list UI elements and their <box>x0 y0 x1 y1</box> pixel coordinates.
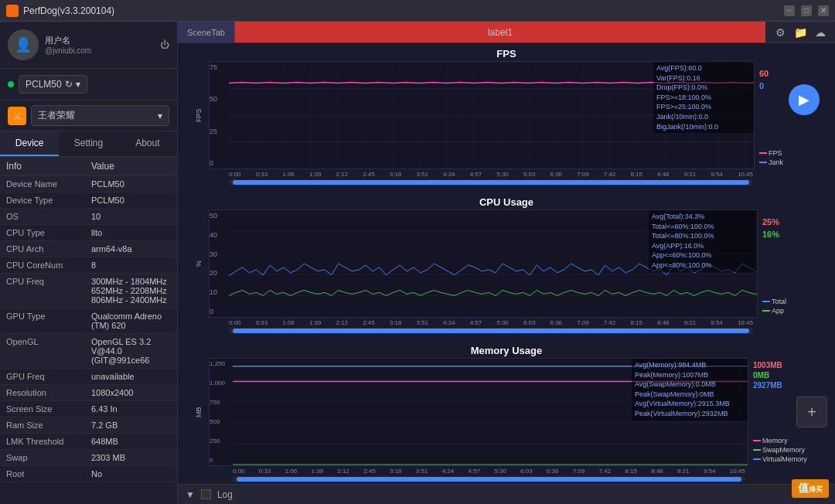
mem-legend-swap: SwapMemory <box>762 446 805 454</box>
profile-info: 用户名 @jvniubi.com <box>45 35 154 55</box>
fps-val-2: 0 <box>759 81 764 90</box>
table-row: OS10 <box>0 209 177 225</box>
mem-stat-avg: Avg(Memory):984.4MB <box>635 360 745 370</box>
mem-stat-avg-swap: Avg(SwapMemory):0.0MB <box>635 380 745 390</box>
mem-val-3: 2927MB <box>753 381 782 390</box>
log-bar: ▼ Log <box>178 484 835 504</box>
col-value: Value <box>85 157 177 176</box>
titlebar: PerfDog(v3.3.200104) − □ ✕ <box>0 0 835 22</box>
cpu-val-2: 16% <box>762 230 779 239</box>
device-select-button[interactable]: PCLM50 ↻ ▾ <box>19 75 87 94</box>
cpu-stat-avg-total: Avg(Total):34.3% <box>652 212 754 222</box>
avatar: 👤 <box>8 29 39 60</box>
tab-about[interactable]: About <box>118 131 177 156</box>
fps-stat-drop: Drop(FPS):0.0% <box>656 83 751 93</box>
settings-icon[interactable]: ⚙ <box>773 26 787 39</box>
table-row: GPU TypeQualcomm Adreno (TM) 620 <box>0 308 177 334</box>
charts-container: FPS FPS 75 50 25 0 <box>178 43 835 484</box>
play-button[interactable]: ▶ <box>789 84 820 115</box>
table-row: Device NamePCLM50 <box>0 176 177 192</box>
table-row: OpenGLOpenGL ES 3.2 V@44.0 (GIT@991ce66 <box>0 334 177 369</box>
cpu-x-axis: 0:000:331:061:392:122:453:183:514:244:57… <box>229 318 753 328</box>
sidebar: 👤 用户名 @jvniubi.com ⏻ PCLM50 ↻ ▾ ⚔ 王者荣耀 ▾ <box>0 22 178 504</box>
table-row: CPU Typellto <box>0 225 177 241</box>
cpu-legend-app: App <box>772 307 784 315</box>
cpu-stat-app80: App<=80%:100.0% <box>652 261 754 271</box>
mem-stat-peak-virt: Peak(VirtualMemory):2932MB <box>635 409 745 419</box>
col-info: Info <box>0 157 85 176</box>
cpu-scrollbar-thumb[interactable] <box>233 329 749 333</box>
folder-icon[interactable]: 📁 <box>793 26 807 39</box>
fps-stat-18: FPS>=18:100.0% <box>656 93 751 103</box>
mem-val-1: 1003MB <box>753 361 782 369</box>
fps-x-axis: 0:000:331:061:392:122:453:183:514:244:57… <box>229 169 753 179</box>
log-toggle-icon[interactable]: ▼ <box>186 489 195 500</box>
table-row: CPU Archarm64-v8a <box>0 241 177 257</box>
log-checkbox[interactable] <box>201 489 211 499</box>
memory-chart-title: Memory Usage <box>178 340 835 358</box>
device-status-dot <box>8 81 14 87</box>
window-controls: − □ ✕ <box>784 5 829 16</box>
scene-bar: SceneTab label1 ⚙ 📁 ☁ <box>178 22 835 43</box>
memory-info-box: Avg(Memory):984.4MB Peak(Memory):1007MB … <box>632 359 748 421</box>
cpu-y-label: % <box>195 261 203 267</box>
profile-email: @jvniubi.com <box>45 46 154 55</box>
scene-icons: ⚙ 📁 ☁ <box>765 26 835 39</box>
cpu-chart-title: CPU Usage <box>178 192 835 209</box>
fps-stat-25: FPS>=25:100.0% <box>656 102 751 112</box>
scene-label1[interactable]: label1 <box>235 22 765 43</box>
log-label: Log <box>217 489 233 500</box>
fps-stat-bigjank: BigJank(/10min):0.0 <box>656 122 751 132</box>
profile-section: 👤 用户名 @jvniubi.com ⏻ <box>0 22 177 69</box>
table-row: RootNo <box>0 466 177 482</box>
cpu-stat-total60: Total<=60%:100.0% <box>652 222 754 232</box>
scene-tab-label[interactable]: SceneTab <box>178 22 235 43</box>
fps-scrollbar[interactable] <box>229 179 753 186</box>
memory-chart-canvas: 1,250 1,000 750 500 250 0 <box>209 358 748 466</box>
table-row: Device TypePCLM50 <box>0 192 177 209</box>
game-icon: ⚔ <box>8 107 26 125</box>
fps-chart-title: FPS <box>178 43 835 61</box>
memory-x-axis: 0:000:331:061:392:122:453:183:514:244:57… <box>233 466 745 476</box>
cloud-icon[interactable]: ☁ <box>813 26 827 39</box>
sidebar-tabs: Device Setting About <box>0 131 177 157</box>
device-name: PCLM50 <box>26 79 62 90</box>
minimize-button[interactable]: − <box>784 5 795 16</box>
table-row: Screen Size6.43 In <box>0 401 177 417</box>
profile-name: 用户名 <box>45 35 154 46</box>
mem-y-label: MB <box>195 407 203 417</box>
table-row: CPU CoreNum8 <box>0 257 177 274</box>
watermark: 值得买 <box>792 479 829 498</box>
content-area: SceneTab label1 ⚙ 📁 ☁ FPS FPS <box>178 22 835 504</box>
tab-device[interactable]: Device <box>0 131 59 156</box>
device-selector: PCLM50 ↻ ▾ <box>0 69 177 100</box>
main-layout: 👤 用户名 @jvniubi.com ⏻ PCLM50 ↻ ▾ ⚔ 王者荣耀 ▾ <box>0 22 835 504</box>
device-arrow-icon: ▾ <box>76 79 80 90</box>
fps-legend-jank: Jank <box>769 158 783 166</box>
close-button[interactable]: ✕ <box>818 5 829 16</box>
fps-scrollbar-thumb[interactable] <box>233 180 749 185</box>
refresh-icon: ↻ <box>65 79 73 90</box>
memory-scrollbar-thumb[interactable] <box>237 477 741 482</box>
game-select-button[interactable]: 王者荣耀 ▾ <box>31 105 169 126</box>
info-table: Info Value Device NamePCLM50Device TypeP… <box>0 157 177 504</box>
game-selector: ⚔ 王者荣耀 ▾ <box>0 100 177 131</box>
device-info-table: Info Value Device NamePCLM50Device TypeP… <box>0 157 177 482</box>
power-button[interactable]: ⏻ <box>160 39 169 50</box>
app-title: PerfDog(v3.3.200104) <box>23 5 784 16</box>
fps-info-box: Avg(FPS):60.0 Var(FPS):0.16 Drop(FPS):0.… <box>653 62 754 133</box>
cpu-scrollbar[interactable] <box>229 328 753 334</box>
fps-val-1: 60 <box>759 69 769 78</box>
fps-y-label: FPS <box>195 108 203 122</box>
table-row: Swap2303 MB <box>0 450 177 466</box>
memory-scrollbar[interactable] <box>233 476 745 482</box>
table-row: Ram Size7.2 GB <box>0 417 177 434</box>
memory-chart-section: Memory Usage MB 1,250 1,000 750 500 <box>178 340 835 484</box>
fps-stat-var: Var(FPS):0.16 <box>656 73 751 83</box>
cpu-info-box: Avg(Total):34.3% Total<=60%:100.0% Total… <box>649 210 757 272</box>
tab-setting[interactable]: Setting <box>59 131 118 156</box>
fps-legend-fps: FPS <box>769 149 782 157</box>
fps-stat-jank: Jank(/10min):0.0 <box>656 112 751 122</box>
maximize-button[interactable]: □ <box>801 5 812 16</box>
add-chart-button[interactable]: + <box>796 397 827 427</box>
